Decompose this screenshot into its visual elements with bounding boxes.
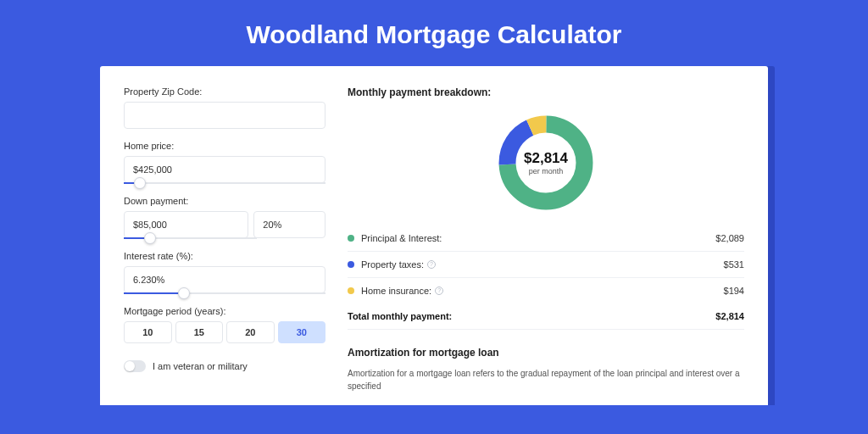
interest-rate-slider[interactable] xyxy=(124,292,326,294)
interest-rate-slider-fill xyxy=(124,292,184,294)
help-icon[interactable]: ? xyxy=(435,287,443,295)
veteran-toggle-row: I am veteran or military xyxy=(124,360,326,372)
mortgage-period-options: 10152030 xyxy=(124,321,326,343)
down-payment-slider[interactable] xyxy=(124,237,257,239)
legend-total-value: $2,814 xyxy=(715,311,744,321)
mortgage-period-option-15[interactable]: 15 xyxy=(175,321,224,343)
legend-row-0: Principal & Interest:$2,089 xyxy=(348,225,744,252)
veteran-toggle-label: I am veteran or military xyxy=(153,361,248,371)
home-price-field-group: Home price: xyxy=(124,141,326,184)
home-price-input[interactable] xyxy=(124,156,326,183)
mortgage-period-field-group: Mortgage period (years): 10152030 xyxy=(124,306,326,343)
donut-chart: $2,814 per month xyxy=(495,112,597,214)
legend-value: $531 xyxy=(724,259,744,270)
interest-rate-slider-thumb[interactable] xyxy=(178,287,190,299)
zip-label: Property Zip Code: xyxy=(124,86,326,97)
interest-rate-label: Interest rate (%): xyxy=(124,251,326,261)
calculator-card: Property Zip Code: Home price: Down paym… xyxy=(100,66,768,405)
mortgage-period-option-30[interactable]: 30 xyxy=(278,321,326,343)
legend-value: $2,089 xyxy=(715,233,744,243)
interest-rate-input[interactable] xyxy=(124,266,326,293)
down-payment-label: Down payment: xyxy=(124,196,326,206)
down-payment-percent-input[interactable] xyxy=(253,211,326,238)
legend-label: Principal & Interest: xyxy=(361,233,715,243)
veteran-toggle-knob xyxy=(125,361,135,371)
help-icon[interactable]: ? xyxy=(427,260,436,269)
home-price-slider[interactable] xyxy=(124,182,326,184)
interest-rate-field-group: Interest rate (%): xyxy=(124,251,326,294)
down-payment-amount-input[interactable] xyxy=(124,211,248,238)
veteran-toggle[interactable] xyxy=(124,360,146,372)
mortgage-period-option-20[interactable]: 20 xyxy=(226,321,275,343)
page-title: Woodland Mortgage Calculator xyxy=(0,0,868,66)
legend-row-1: Property taxes:?$531 xyxy=(348,252,744,278)
donut-center: $2,814 per month xyxy=(524,150,568,175)
legend-value: $194 xyxy=(724,286,744,296)
legend-row-2: Home insurance:?$194 xyxy=(348,278,744,303)
home-price-slider-thumb[interactable] xyxy=(134,177,146,189)
zip-field-group: Property Zip Code: xyxy=(124,86,326,129)
zip-input[interactable] xyxy=(124,102,326,129)
down-payment-slider-thumb[interactable] xyxy=(144,232,156,244)
amortization-section: Amortization for mortgage loan Amortizat… xyxy=(348,347,744,392)
amortization-title: Amortization for mortgage loan xyxy=(348,347,744,359)
legend-label: Property taxes:? xyxy=(361,259,724,270)
home-price-label: Home price: xyxy=(124,141,326,151)
input-panel: Property Zip Code: Home price: Down paym… xyxy=(124,86,326,405)
legend-label: Home insurance:? xyxy=(361,286,724,296)
legend-dot xyxy=(348,287,354,294)
legend: Principal & Interest:$2,089Property taxe… xyxy=(348,225,744,303)
donut-sub: per month xyxy=(524,167,568,175)
legend-dot xyxy=(348,261,354,268)
breakdown-title: Monthly payment breakdown: xyxy=(348,86,744,98)
donut-amount: $2,814 xyxy=(524,150,568,167)
legend-total-row: Total monthly payment: $2,814 xyxy=(348,303,744,330)
legend-total-label: Total monthly payment: xyxy=(348,311,715,321)
down-payment-field-group: Down payment: xyxy=(124,196,326,239)
donut-chart-wrap: $2,814 per month xyxy=(348,107,744,225)
amortization-body: Amortization for a mortgage loan refers … xyxy=(348,367,744,392)
mortgage-period-option-10[interactable]: 10 xyxy=(124,321,172,343)
legend-dot xyxy=(348,235,354,242)
mortgage-period-label: Mortgage period (years): xyxy=(124,306,326,316)
results-panel: Monthly payment breakdown: $2,814 per mo… xyxy=(348,86,744,405)
